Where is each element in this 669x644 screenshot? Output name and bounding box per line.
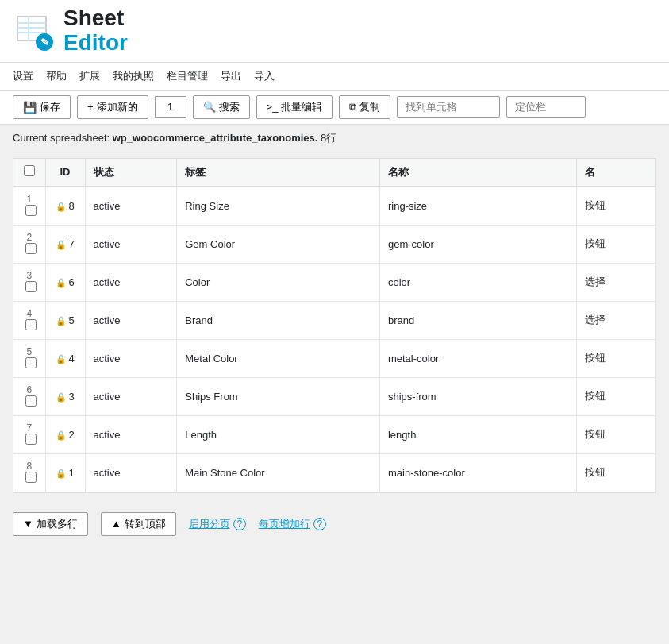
logo-icon: ✎ xyxy=(13,9,57,53)
row-label-cell: Brand xyxy=(177,301,380,339)
row-label-cell: Ships From xyxy=(177,377,380,415)
row-status-cell: active xyxy=(85,339,177,377)
row-checkbox[interactable] xyxy=(25,205,37,216)
status-value: active xyxy=(94,238,121,250)
logo-sheet-word: Sheet xyxy=(63,6,124,30)
header-id: ID xyxy=(45,159,85,187)
row-type-value: 按钮 xyxy=(585,352,606,364)
select-all-checkbox[interactable] xyxy=(24,165,35,176)
row-type-cell: 按钮 xyxy=(577,339,656,377)
row-label-value: Gem Color xyxy=(185,238,235,250)
per-page-group: 每页增加行 ? xyxy=(259,517,326,531)
table-row: 4 🔒5 active Brand brand 选择 xyxy=(13,301,656,339)
status-value: active xyxy=(94,353,121,364)
logo-area: ✎ Sheet Editor xyxy=(13,6,128,56)
row-status-cell: active xyxy=(85,225,177,263)
row-name-cell: gem-color xyxy=(379,225,576,263)
row-num-label: 2 xyxy=(26,232,32,243)
pagination-help-icon[interactable]: ? xyxy=(233,518,246,530)
lock-icon: 🔒 xyxy=(56,240,67,249)
batch-edit-button[interactable]: >_ 批量编辑 xyxy=(256,95,333,119)
row-number-cell: 8 xyxy=(13,453,45,492)
spreadsheet-label: Current spreadsheet: xyxy=(13,132,110,144)
search-button[interactable]: 🔍 搜索 xyxy=(193,95,250,119)
data-table: ID 状态 标签 名称 名 1 🔒8 active Ring Size ring… xyxy=(13,159,656,492)
row-checkbox[interactable] xyxy=(25,357,37,368)
row-name-cell: ships-from xyxy=(379,377,576,415)
row-num-label: 5 xyxy=(26,346,32,357)
row-id-cell: 🔒4 xyxy=(45,339,85,377)
row-type-cell: 按钮 xyxy=(577,377,656,415)
row-status-cell: active xyxy=(85,415,177,453)
logo-editor-word: Editor xyxy=(63,30,128,55)
nav-license[interactable]: 我的执照 xyxy=(113,66,154,87)
lock-icon: 🔒 xyxy=(56,278,67,287)
row-name-value: color xyxy=(388,276,410,288)
row-id-cell: 🔒7 xyxy=(45,225,85,263)
row-checkbox[interactable] xyxy=(25,319,37,330)
row-number-cell: 2 xyxy=(13,225,45,263)
lock-icon: 🔒 xyxy=(56,202,67,211)
row-checkbox[interactable] xyxy=(25,395,37,407)
load-more-button[interactable]: ▼ 加载多行 xyxy=(13,512,88,536)
save-button[interactable]: 💾 保存 xyxy=(13,95,71,119)
row-num-label: 4 xyxy=(26,308,32,319)
row-type-cell: 按钮 xyxy=(577,187,656,226)
row-type-value: 按钮 xyxy=(585,237,606,249)
row-id-cell: 🔒6 xyxy=(45,263,85,301)
nav-extensions[interactable]: 扩展 xyxy=(79,66,100,87)
locate-input[interactable] xyxy=(506,96,586,118)
row-status-cell: active xyxy=(85,187,177,226)
row-num-label: 7 xyxy=(26,422,32,434)
chevron-down-icon: ▼ xyxy=(23,518,33,530)
toolbar: 💾 保存 + 添加新的 🔍 搜索 >_ 批量编辑 ⧉ 复制 xyxy=(0,91,669,125)
row-type-value: 选择 xyxy=(585,276,606,287)
go-top-button[interactable]: ▲ 转到顶部 xyxy=(101,512,176,536)
batch-label: >_ 批量编辑 xyxy=(267,100,322,114)
load-more-label: 加载多行 xyxy=(37,517,78,531)
row-name-cell: color xyxy=(379,263,576,301)
row-type-value: 按钮 xyxy=(585,199,606,211)
copy-button[interactable]: ⧉ 复制 xyxy=(339,95,390,119)
row-checkbox[interactable] xyxy=(25,434,37,445)
row-name-value: main-stone-color xyxy=(388,467,465,479)
row-status-cell: active xyxy=(85,263,177,301)
find-cell-input[interactable] xyxy=(397,96,500,118)
search-icon: 🔍 xyxy=(203,101,216,113)
row-id-cell: 🔒3 xyxy=(45,377,85,415)
header-status: 状态 xyxy=(85,159,177,187)
nav-settings[interactable]: 设置 xyxy=(13,66,33,87)
nav-export[interactable]: 导出 xyxy=(221,66,241,87)
row-type-value: 按钮 xyxy=(585,428,606,440)
add-new-button[interactable]: + 添加新的 xyxy=(77,95,148,119)
row-checkbox[interactable] xyxy=(25,281,37,292)
row-checkbox[interactable] xyxy=(25,472,37,483)
pagination-group: 启用分页 ? xyxy=(189,517,246,531)
row-type-value: 选择 xyxy=(585,314,606,326)
row-num-label: 6 xyxy=(26,384,32,395)
plus-icon: + xyxy=(87,101,94,113)
row-checkbox[interactable] xyxy=(25,243,37,254)
row-type-cell: 选择 xyxy=(577,263,656,301)
row-label-cell: Length xyxy=(177,415,380,453)
row-name-value: length xyxy=(388,429,416,441)
row-type-value: 按钮 xyxy=(585,390,606,402)
copy-label: 复制 xyxy=(359,100,380,114)
header-type: 名 xyxy=(577,159,656,187)
add-count-input[interactable] xyxy=(155,96,186,118)
row-number-cell: 4 xyxy=(13,301,45,339)
row-label-cell: Main Stone Color xyxy=(177,453,380,492)
nav-help[interactable]: 帮助 xyxy=(46,66,67,87)
row-label-cell: Color xyxy=(177,263,380,301)
per-page-button[interactable]: 每页增加行 xyxy=(259,517,310,531)
svg-text:✎: ✎ xyxy=(40,37,49,48)
pagination-button[interactable]: 启用分页 xyxy=(189,517,230,531)
nav-import[interactable]: 导入 xyxy=(254,66,275,87)
nav-columns[interactable]: 栏目管理 xyxy=(167,66,208,87)
per-page-help-icon[interactable]: ? xyxy=(313,518,326,530)
row-label-value: Metal Color xyxy=(185,353,237,364)
status-value: active xyxy=(94,200,121,212)
row-type-cell: 按钮 xyxy=(577,415,656,453)
header-select-all xyxy=(13,159,45,187)
row-label-value: Main Stone Color xyxy=(185,467,264,479)
